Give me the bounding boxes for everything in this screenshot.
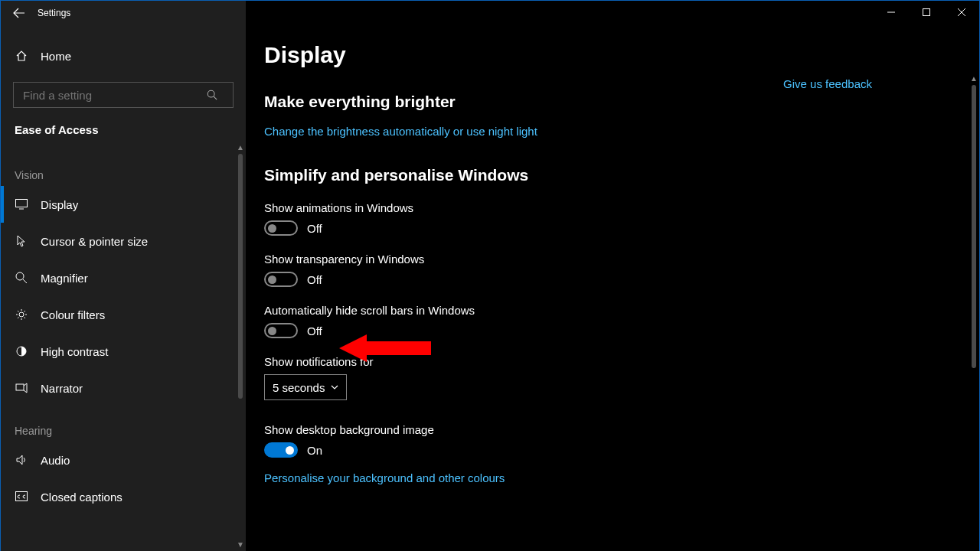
nav-scroll-area: Vision Display Cursor & pointer size Mag… [1, 151, 246, 551]
feedback-link[interactable]: Give us feedback [783, 77, 872, 90]
sidebar-item-closed-captions[interactable]: Closed captions [1, 478, 246, 515]
search-box[interactable] [13, 82, 234, 108]
window-controls [874, 1, 979, 24]
sidebar-scrollbar[interactable] [238, 154, 243, 399]
narrator-icon [15, 381, 28, 395]
toggle-row: Off [264, 323, 933, 338]
settings-window: Settings Home [0, 0, 980, 551]
search-container [1, 74, 246, 108]
page-title: Display [264, 42, 933, 68]
toggle-label-animations: Show animations in Windows [264, 201, 933, 214]
toggle-state: Off [307, 222, 322, 235]
section-title: Ease of Access [1, 108, 246, 142]
brightness-link[interactable]: Change the brightness automatically or u… [264, 125, 537, 138]
svg-point-4 [19, 312, 24, 317]
home-icon [15, 49, 28, 63]
cursor-icon [15, 234, 28, 248]
search-input[interactable] [14, 89, 207, 102]
svg-point-1 [207, 90, 214, 97]
group-vision-label: Vision [1, 151, 246, 186]
toggle-row: Off [264, 220, 933, 236]
closed-captions-icon [15, 490, 28, 504]
search-icon [207, 90, 233, 100]
sidebar-item-high-contrast[interactable]: High contrast [1, 333, 246, 370]
toggle-row: Off [264, 272, 933, 287]
titlebar: Settings [1, 1, 979, 25]
notifications-dropdown[interactable]: 5 seconds [264, 374, 347, 400]
colour-filters-icon [15, 308, 28, 321]
toggle-transparency[interactable] [264, 272, 298, 287]
toggle-label-transparency: Show transparency in Windows [264, 253, 933, 266]
close-icon [958, 8, 965, 16]
sidebar-item-label: Colour filters [41, 308, 105, 321]
back-button[interactable] [1, 1, 38, 25]
svg-rect-2 [16, 200, 28, 207]
main-content: Display Give us feedback Make everything… [246, 1, 979, 551]
sidebar-item-label: Magnifier [41, 272, 88, 285]
chevron-down-icon [331, 385, 338, 390]
toggle-scrollbars[interactable] [264, 323, 298, 338]
toggle-label-scrollbars: Automatically hide scroll bars in Window… [264, 304, 933, 317]
toggle-state: Off [307, 324, 322, 337]
arrow-left-icon [13, 7, 25, 19]
sidebar-item-cursor[interactable]: Cursor & pointer size [1, 223, 246, 259]
sidebar-item-audio[interactable]: Audio [1, 442, 246, 478]
sidebar: Home Ease of Access Vision Display Curso… [1, 1, 246, 551]
toggle-state: Off [307, 273, 322, 286]
svg-point-3 [16, 272, 24, 280]
chevron-down-icon[interactable]: ▼ [237, 540, 244, 549]
sidebar-item-label: High contrast [41, 345, 108, 358]
chevron-up-icon[interactable]: ▲ [237, 143, 244, 152]
window-title: Settings [38, 8, 70, 18]
main-scrollbar[interactable] [972, 85, 976, 368]
sidebar-item-label: Audio [41, 454, 70, 467]
toggle-animations[interactable] [264, 220, 298, 236]
chevron-up-icon[interactable]: ▲ [970, 74, 978, 83]
section-brighter-heading: Make everything brighter [264, 93, 933, 111]
sidebar-item-narrator[interactable]: Narrator [1, 370, 246, 406]
magnifier-icon [15, 271, 28, 285]
display-icon [15, 197, 28, 211]
group-hearing-label: Hearing [1, 406, 246, 442]
maximize-button[interactable] [909, 1, 944, 24]
toggle-desktop-bg[interactable] [264, 442, 298, 458]
sidebar-item-colour-filters[interactable]: Colour filters [1, 296, 246, 333]
maximize-icon [923, 8, 930, 16]
minimize-button[interactable] [874, 1, 909, 24]
home-nav[interactable]: Home [1, 37, 246, 74]
high-contrast-icon [15, 344, 28, 358]
minimize-icon [887, 8, 895, 16]
toggle-state: On [307, 444, 322, 457]
toggle-row: On [264, 442, 933, 458]
close-button[interactable] [944, 1, 979, 24]
sidebar-item-label: Cursor & pointer size [41, 235, 148, 248]
section-simplify-heading: Simplify and personalise Windows [264, 166, 933, 184]
svg-rect-6 [16, 384, 24, 390]
personalise-link[interactable]: Personalise your background and other co… [264, 471, 505, 484]
notifications-label: Show notifications for [264, 355, 933, 368]
sidebar-item-label: Display [41, 198, 78, 211]
home-label: Home [41, 50, 71, 63]
sidebar-item-display[interactable]: Display [1, 186, 246, 223]
sidebar-item-label: Narrator [41, 382, 83, 395]
dropdown-value: 5 seconds [273, 381, 325, 394]
titlebar-left: Settings [1, 1, 246, 25]
toggle-label-desktop-bg: Show desktop background image [264, 423, 933, 436]
sidebar-item-magnifier[interactable]: Magnifier [1, 259, 246, 296]
svg-rect-0 [923, 9, 930, 16]
audio-icon [15, 453, 28, 467]
sidebar-item-label: Closed captions [41, 491, 122, 504]
